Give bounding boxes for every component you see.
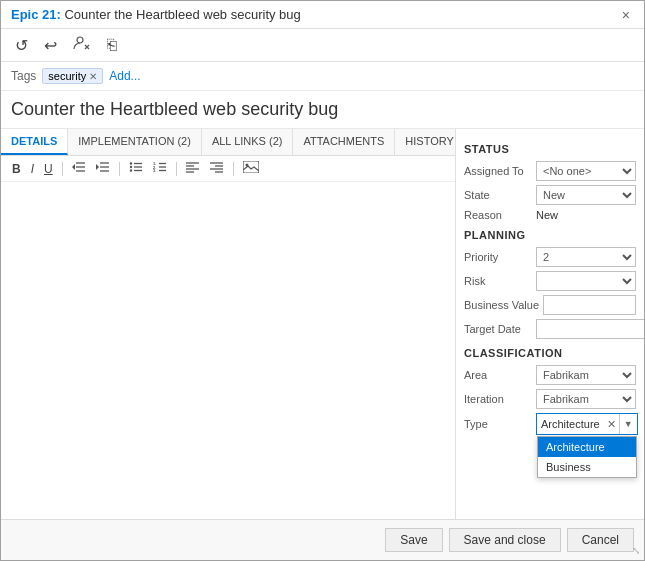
editor-sep-4 (233, 162, 234, 176)
underline-button[interactable]: U (41, 161, 56, 177)
business-value-label: Business Value (464, 299, 539, 311)
risk-select[interactable]: 1 - Critical 2 - High 3 - Medium 4 - Low (536, 271, 636, 291)
work-item-title: Counter the Heartbleed web security bug (1, 91, 644, 129)
svg-point-0 (77, 37, 83, 43)
state-select[interactable]: New Active Closed (536, 185, 636, 205)
type-option-business[interactable]: Business (538, 457, 636, 477)
left-panel: DETAILS IMPLEMENTATION (2) ALL LINKS (2)… (1, 129, 456, 519)
priority-label: Priority (464, 251, 532, 263)
tab-implementation[interactable]: IMPLEMENTATION (2) (68, 129, 202, 155)
tag-chip-security: security ✕ (42, 68, 103, 84)
editor-area[interactable] (1, 182, 455, 519)
reason-row: Reason New (464, 209, 636, 221)
resize-handle[interactable]: ⤡ (632, 545, 640, 556)
dialog-title: Epic 21: Counter the Heartbleed web secu… (11, 7, 301, 22)
risk-row: Risk 1 - Critical 2 - High 3 - Medium 4 … (464, 271, 636, 291)
italic-button[interactable]: I (28, 161, 37, 177)
svg-text:3.: 3. (153, 168, 156, 173)
target-date-container: 📅 (536, 319, 644, 339)
svg-marker-4 (72, 164, 75, 170)
svg-point-11 (129, 169, 131, 171)
tags-label: Tags (11, 69, 36, 83)
save-close-button[interactable]: Save and close (449, 528, 561, 552)
risk-label: Risk (464, 275, 532, 287)
editor-sep-3 (176, 162, 177, 176)
target-date-input[interactable] (537, 322, 644, 336)
bold-button[interactable]: B (9, 161, 24, 177)
list-unordered-button[interactable] (126, 160, 146, 177)
type-clear-button[interactable]: ✕ (604, 418, 619, 431)
type-option-architecture[interactable]: Architecture (538, 437, 636, 457)
tags-bar: Tags security ✕ Add... (1, 62, 644, 91)
reason-label: Reason (464, 209, 532, 221)
work-item-dialog: Epic 21: Counter the Heartbleed web secu… (0, 0, 645, 561)
type-label: Type (464, 418, 532, 430)
tab-history[interactable]: HISTORY (395, 129, 456, 155)
editor-toolbar: B I U 1.2.3. (1, 156, 455, 182)
editor-sep-2 (119, 162, 120, 176)
classification-section-header: CLASSIFICATION (464, 347, 636, 359)
svg-point-10 (129, 166, 131, 168)
status-section-header: STATUS (464, 143, 636, 155)
area-label: Area (464, 369, 532, 381)
type-field-container: Architecture ✕ ▼ Architecture Business (536, 413, 638, 435)
align-right-button[interactable] (207, 160, 227, 177)
iteration-select[interactable]: Fabrikam (536, 389, 636, 409)
copy-button[interactable]: ⎗ (103, 34, 121, 56)
list-ordered-button[interactable]: 1.2.3. (150, 160, 170, 177)
editor-sep-1 (62, 162, 63, 176)
add-tag-button[interactable]: Add... (109, 69, 140, 83)
iteration-row: Iteration Fabrikam (464, 389, 636, 409)
assigned-to-select[interactable]: <No one> (536, 161, 636, 181)
cancel-button[interactable]: Cancel (567, 528, 634, 552)
align-left-button[interactable] (183, 160, 203, 177)
type-dropdown-button[interactable]: ▼ (619, 414, 637, 434)
close-button[interactable]: × (618, 8, 634, 22)
tab-attachments[interactable]: ATTACHMENTS (293, 129, 395, 155)
priority-row: Priority 1 2 3 4 (464, 247, 636, 267)
tag-text: security (48, 70, 86, 82)
priority-select[interactable]: 1 2 3 4 (536, 247, 636, 267)
reason-value: New (536, 209, 558, 221)
business-value-row: Business Value (464, 295, 636, 315)
tab-all-links[interactable]: ALL LINKS (2) (202, 129, 294, 155)
refresh-button[interactable]: ↺ (11, 34, 32, 57)
footer: Save Save and close Cancel (1, 519, 644, 560)
type-row: Type Architecture ✕ ▼ Architecture Busin… (464, 413, 636, 435)
title-bar: Epic 21: Counter the Heartbleed web secu… (1, 1, 644, 29)
toolbar: ↺ ↩ ⎗ (1, 29, 644, 62)
save-button[interactable]: Save (385, 528, 442, 552)
area-row: Area Fabrikam (464, 365, 636, 385)
business-value-input[interactable] (543, 295, 636, 315)
svg-rect-29 (243, 161, 259, 173)
assigned-to-label: Assigned To (464, 165, 532, 177)
tag-remove-icon[interactable]: ✕ (89, 71, 97, 82)
epic-prefix: Epic 21: (11, 7, 61, 22)
image-button[interactable] (240, 160, 262, 177)
state-label: State (464, 189, 532, 201)
dialog-title-text: Counter the Heartbleed web security bug (64, 7, 300, 22)
indent-increase-button[interactable] (93, 160, 113, 177)
target-date-label: Target Date (464, 323, 532, 335)
assign-button[interactable] (69, 33, 95, 57)
state-row: State New Active Closed (464, 185, 636, 205)
undo-button[interactable]: ↩ (40, 34, 61, 57)
tabs-bar: DETAILS IMPLEMENTATION (2) ALL LINKS (2)… (1, 129, 455, 156)
target-date-row: Target Date 📅 (464, 319, 636, 339)
type-dropdown-overlay: Architecture Business (537, 436, 637, 478)
content-area: DETAILS IMPLEMENTATION (2) ALL LINKS (2)… (1, 129, 644, 519)
area-select[interactable]: Fabrikam (536, 365, 636, 385)
type-value: Architecture (537, 417, 604, 431)
indent-decrease-button[interactable] (69, 160, 89, 177)
iteration-label: Iteration (464, 393, 532, 405)
tab-details[interactable]: DETAILS (1, 129, 68, 155)
assigned-to-row: Assigned To <No one> (464, 161, 636, 181)
svg-point-9 (129, 162, 131, 164)
svg-marker-8 (96, 164, 99, 170)
planning-section-header: PLANNING (464, 229, 636, 241)
right-panel: STATUS Assigned To <No one> State New Ac… (456, 129, 644, 519)
